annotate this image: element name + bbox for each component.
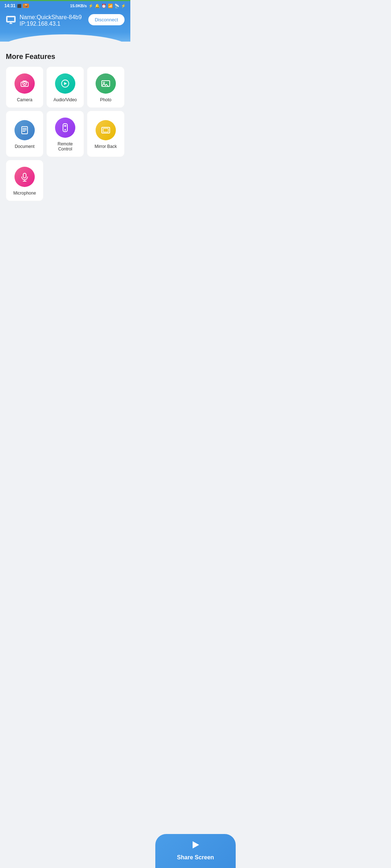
quickshare-icon xyxy=(6,15,16,27)
remotecontrol-label: Remote Control xyxy=(50,141,80,152)
document-label: Document xyxy=(15,144,35,149)
svg-rect-9 xyxy=(102,81,110,86)
audiovideo-icon-circle xyxy=(55,73,75,94)
device-ip: IP:192.168.43.1 xyxy=(20,21,82,27)
device-name: Name:QuickShare-84b9 xyxy=(20,14,82,21)
svg-point-13 xyxy=(64,129,66,131)
microphone-icon-circle xyxy=(14,167,35,187)
notification-icon: 🔔 xyxy=(95,4,100,8)
disconnect-button[interactable]: Disconnect xyxy=(88,14,125,25)
camera-label: Camera xyxy=(17,97,33,102)
features-grid: Camera Audio/Video Photo xyxy=(6,67,125,201)
feature-photo[interactable]: Photo xyxy=(87,67,125,108)
svg-marker-8 xyxy=(64,82,67,85)
main-content: More Features Camera Audio/Video xyxy=(0,42,130,289)
svg-rect-1 xyxy=(7,17,14,21)
remotecontrol-icon-circle xyxy=(55,118,75,138)
svg-rect-11 xyxy=(22,127,28,134)
feature-remotecontrol[interactable]: Remote Control xyxy=(46,111,84,157)
mirrorback-icon-circle xyxy=(96,120,116,140)
camera-icon-circle xyxy=(14,73,35,94)
clock-icon: ⏰ xyxy=(101,4,106,8)
mirrorback-label: Mirror Back xyxy=(94,144,117,149)
header-info: Name:QuickShare-84b9 IP:192.168.43.1 xyxy=(6,14,82,27)
status-time: 14:31 xyxy=(4,3,16,8)
section-title: More Features xyxy=(6,52,125,61)
feature-audiovideo[interactable]: Audio/Video xyxy=(46,67,84,108)
battery-icon: ⚡ xyxy=(121,4,126,8)
status-right: 15.0KB/s ⚡ 🔔 ⏰ 📶 📡 ⚡ xyxy=(70,4,126,8)
svg-point-10 xyxy=(103,82,105,84)
svg-rect-17 xyxy=(103,128,108,132)
svg-point-6 xyxy=(24,83,25,84)
feature-microphone[interactable]: Microphone xyxy=(6,160,43,201)
document-icon-circle xyxy=(14,120,35,140)
status-bar: 14:31 ⬛ 📦 15.0KB/s ⚡ 🔔 ⏰ 📶 📡 ⚡ xyxy=(0,1,130,10)
screen-record-icon: ⬛ xyxy=(17,4,21,8)
photo-label: Photo xyxy=(100,97,111,102)
photo-icon-circle xyxy=(96,73,116,94)
microphone-label: Microphone xyxy=(13,191,36,196)
header: Name:QuickShare-84b9 IP:192.168.43.1 Dis… xyxy=(0,10,130,42)
wifi-icon: 📡 xyxy=(114,4,119,8)
app-icon: 📦 xyxy=(23,4,29,8)
feature-document[interactable]: Document xyxy=(6,111,43,157)
bluetooth-icon: ⚡ xyxy=(88,4,93,8)
feature-camera[interactable]: Camera xyxy=(6,67,43,108)
signal-icon: 📶 xyxy=(108,4,113,8)
header-text: Name:QuickShare-84b9 IP:192.168.43.1 xyxy=(20,14,82,27)
status-left: 14:31 ⬛ 📦 xyxy=(4,3,29,8)
network-speed: 15.0KB/s xyxy=(70,4,87,8)
audiovideo-label: Audio/Video xyxy=(54,97,77,102)
svg-rect-18 xyxy=(23,173,26,178)
feature-mirrorback[interactable]: Mirror Back xyxy=(87,111,125,157)
